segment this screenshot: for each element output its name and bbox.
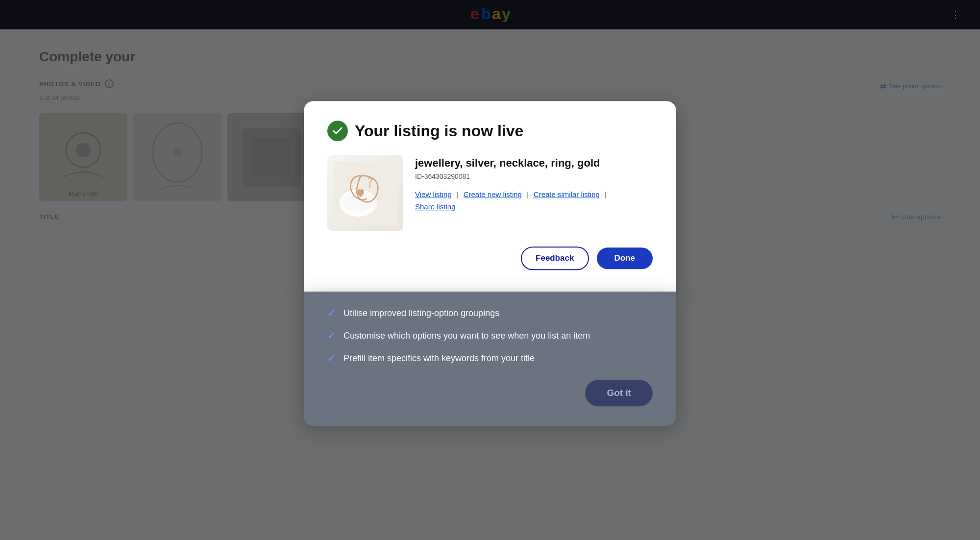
feature-item-3: ✓ Prefill item specifics with keywords f… xyxy=(327,352,653,364)
modal-title: Your listing is now live xyxy=(355,122,523,140)
listing-actions-row1: View listing | Create new listing | Crea… xyxy=(415,190,653,198)
modal-top-footer: Feedback Done xyxy=(327,246,653,270)
feature-item-1: ✓ Utilise improved listing-option groupi… xyxy=(327,307,653,319)
create-similar-listing-link[interactable]: Create similar listing xyxy=(534,190,600,198)
done-button[interactable]: Done xyxy=(597,247,653,269)
check-icon-2: ✓ xyxy=(327,330,336,342)
feature-text-1: Utilise improved listing-option grouping… xyxy=(343,308,499,319)
listing-name: jewellery, silver, necklace, ring, gold xyxy=(415,157,653,170)
separator-2: | xyxy=(527,190,529,198)
modal-bottom-footer: Got it xyxy=(327,380,653,406)
separator-1: | xyxy=(457,190,459,198)
share-listing-link[interactable]: Share listing xyxy=(415,202,456,211)
check-icon-1: ✓ xyxy=(327,307,336,319)
separator-3: | xyxy=(605,190,607,198)
listing-actions-row2: Share listing xyxy=(415,202,653,211)
create-new-listing-link[interactable]: Create new listing xyxy=(464,190,522,198)
feedback-button[interactable]: Feedback xyxy=(521,246,588,270)
feature-item-2: ✓ Customise which options you want to se… xyxy=(327,330,653,342)
view-listing-link[interactable]: View listing xyxy=(415,190,452,198)
modal-top-card: Your listing is now live xyxy=(304,101,676,292)
feature-list: ✓ Utilise improved listing-option groupi… xyxy=(327,307,653,364)
listing-id: ID-364303290081 xyxy=(415,172,653,180)
success-check-icon xyxy=(327,121,348,141)
listing-details: jewellery, silver, necklace, ring, gold … xyxy=(415,155,653,231)
check-icon-3: ✓ xyxy=(327,352,336,364)
modal-container: Your listing is now live xyxy=(304,101,676,426)
feature-text-2: Customise which options you want to see … xyxy=(343,331,590,341)
feature-text-3: Prefill item specifics with keywords fro… xyxy=(343,353,535,364)
modal-bottom-card: ✓ Utilise improved listing-option groupi… xyxy=(304,292,676,426)
modal-header: Your listing is now live xyxy=(327,121,653,141)
listing-thumbnail xyxy=(327,155,403,231)
listing-info: jewellery, silver, necklace, ring, gold … xyxy=(327,155,653,231)
got-it-button[interactable]: Got it xyxy=(585,380,653,406)
